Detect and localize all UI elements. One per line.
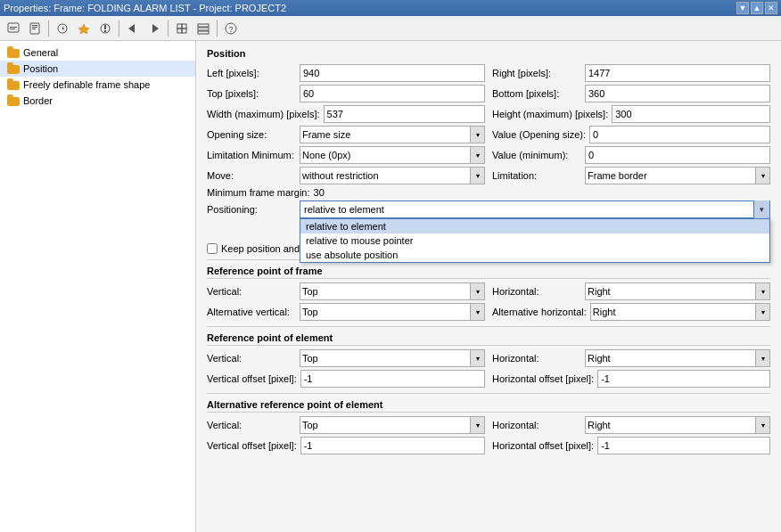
alt-ref-elem-vert-select[interactable]: Top Center Bottom (300, 416, 485, 434)
positioning-option-absolute[interactable]: use absolute position (300, 248, 769, 262)
svg-rect-15 (177, 24, 182, 29)
alt-ref-elem-horiz-select-wrapper: Left Center Right ▾ (585, 416, 770, 434)
ref-frame-vert-select[interactable]: Top Center Bottom (300, 282, 485, 300)
alt-ref-elem-horiz-group: Horizontal: Left Center Right ▾ (492, 416, 770, 434)
sidebar-label-border: Border (23, 95, 53, 106)
ref-frame-alt-horiz-group: Alternative horizontal: Left Center Righ… (492, 303, 770, 321)
ref-frame-alt-row: Alternative vertical: Top Center Bottom … (207, 303, 770, 321)
positioning-option-relative-element[interactable]: relative to element (300, 219, 769, 233)
sidebar-item-position[interactable]: Position (0, 61, 195, 77)
value-opening-group: Value (Opening size): (492, 126, 770, 143)
move-select[interactable]: without restriction horizontal only vert… (300, 167, 485, 184)
ref-frame-alt-horiz-select-wrapper: Left Center Right ▾ (590, 303, 770, 321)
svg-rect-5 (32, 27, 37, 28)
min-margin-group: Minimum frame margin: 30 (207, 187, 770, 198)
positioning-label: Positioning: (207, 204, 296, 215)
width-max-group: Width (maximum) [pixels]: (207, 105, 485, 123)
ref-frame-alt-vert-select[interactable]: Top Center Bottom (300, 303, 485, 321)
svg-rect-6 (32, 29, 36, 29)
ref-elem-vert-select[interactable]: Top Center Bottom (300, 349, 485, 367)
opening-size-select[interactable]: Frame size Fixed size Content size (300, 126, 485, 143)
bottom-field-group: Bottom [pixels]: (492, 85, 770, 102)
left-input[interactable] (300, 64, 485, 82)
sidebar-label-position: Position (23, 63, 58, 74)
toolbar-btn-8[interactable] (172, 19, 192, 38)
alt-ref-elem-horiz-offset-group: Horizontal offset [pixel]: (492, 437, 770, 454)
ref-frame-horiz-select[interactable]: Left Center Right (585, 282, 770, 300)
sidebar-label-general: General (23, 47, 58, 58)
svg-rect-20 (198, 28, 209, 30)
min-margin-row: Minimum frame margin: 30 (207, 187, 770, 198)
sidebar-item-frame-shape[interactable]: Freely definable frame shape (0, 77, 195, 93)
opening-row: Opening size: Frame size Fixed size Cont… (207, 126, 770, 143)
ref-frame-vert-select-wrapper: Top Center Bottom ▾ (300, 282, 485, 300)
svg-text:?: ? (228, 25, 233, 34)
ref-elem-horiz-select[interactable]: Left Center Right (585, 349, 770, 367)
value-min-label: Value (minimum): (492, 150, 581, 160)
ref-elem-horiz-offset-input[interactable] (597, 370, 770, 388)
limitation-label: Limitation: (492, 170, 581, 181)
width-max-label: Width (maximum) [pixels]: (207, 109, 320, 119)
positioning-input[interactable] (300, 201, 770, 218)
positioning-dropdown-arrow[interactable]: ▾ (753, 201, 769, 218)
sidebar-item-general[interactable]: General (0, 45, 195, 61)
alt-ref-elem-vert-label: Vertical: (207, 420, 296, 430)
svg-rect-16 (182, 24, 186, 29)
sidebar-item-border[interactable]: Border (0, 93, 195, 109)
ref-point-element-title: Reference point of element (207, 332, 770, 346)
positioning-group: Positioning: ▾ relative to element relat… (207, 201, 770, 218)
svg-rect-1 (10, 27, 17, 28)
move-label: Move: (207, 170, 296, 181)
height-max-input[interactable] (612, 105, 770, 123)
svg-marker-14 (152, 24, 159, 33)
toolbar-sep-2 (119, 20, 119, 37)
top-input[interactable] (300, 85, 485, 102)
divider-2 (207, 326, 770, 327)
alt-ref-elem-horiz-select[interactable]: Left Center Right (585, 416, 770, 434)
toolbar-btn-5[interactable] (95, 19, 115, 38)
main-layout: General Position Freely definable frame … (0, 41, 781, 532)
value-min-input[interactable] (585, 146, 770, 164)
width-max-input[interactable] (324, 105, 485, 123)
minimize-button[interactable]: ▼ (736, 2, 749, 14)
ref-elem-vert-label: Vertical: (207, 353, 296, 364)
limitation-select[interactable]: Frame border Screen None (585, 167, 770, 184)
svg-marker-8 (62, 26, 64, 29)
bottom-input[interactable] (585, 85, 770, 102)
keep-position-checkbox[interactable] (207, 243, 218, 254)
alt-ref-point-element-section: Alternative reference point of element V… (207, 399, 770, 454)
positioning-option-mouse-pointer[interactable]: relative to mouse pointer (300, 233, 769, 248)
toolbar-btn-3[interactable] (53, 19, 72, 38)
alt-ref-elem-vert-offset-input[interactable] (300, 437, 485, 454)
alt-ref-elem-horiz-label: Horizontal: (492, 420, 581, 430)
bottom-label: Bottom [pixels]: (492, 88, 581, 99)
title-bar: Properties: Frame: FOLDING ALARM LIST - … (0, 0, 781, 16)
ref-elem-horiz-label: Horizontal: (492, 353, 581, 364)
ref-frame-alt-vert-group: Alternative vertical: Top Center Bottom … (207, 303, 485, 321)
ref-elem-vert-offset-input[interactable] (300, 370, 485, 388)
alt-ref-elem-horiz-offset-input[interactable] (597, 437, 770, 454)
toolbar-sep-4 (217, 20, 218, 37)
toolbar-btn-1[interactable] (4, 19, 23, 38)
top-field-group: Top [pixels]: (207, 85, 485, 102)
sidebar-label-frame-shape: Freely definable frame shape (23, 79, 150, 90)
folder-icon-2 (7, 62, 20, 75)
toolbar-btn-9[interactable] (193, 19, 213, 38)
ref-elem-vert-select-wrapper: Top Center Bottom ▾ (300, 349, 485, 367)
ref-frame-alt-horiz-select[interactable]: Left Center Right (590, 303, 770, 321)
limitation-min-select[interactable]: None (0px) Fixed Content (300, 146, 485, 164)
alt-ref-elem-vert-offset-group: Vertical offset [pixel]: (207, 437, 485, 454)
toolbar-btn-2[interactable] (25, 19, 45, 38)
right-input[interactable] (585, 64, 770, 82)
ref-elem-horiz-offset-label: Horizontal offset [pixel]: (492, 373, 594, 384)
help-button[interactable]: ? (221, 19, 241, 38)
maximize-button[interactable]: ▲ (751, 2, 763, 14)
toolbar-btn-4[interactable] (74, 19, 94, 38)
toolbar-btn-6[interactable] (123, 19, 143, 38)
svg-rect-2 (10, 29, 15, 29)
toolbar-btn-7[interactable] (144, 19, 164, 38)
ref-elem-vert-offset-label: Vertical offset [pixel]: (207, 373, 297, 384)
value-opening-input[interactable] (589, 126, 770, 143)
close-button[interactable]: ✕ (765, 2, 777, 14)
svg-rect-18 (182, 29, 186, 33)
